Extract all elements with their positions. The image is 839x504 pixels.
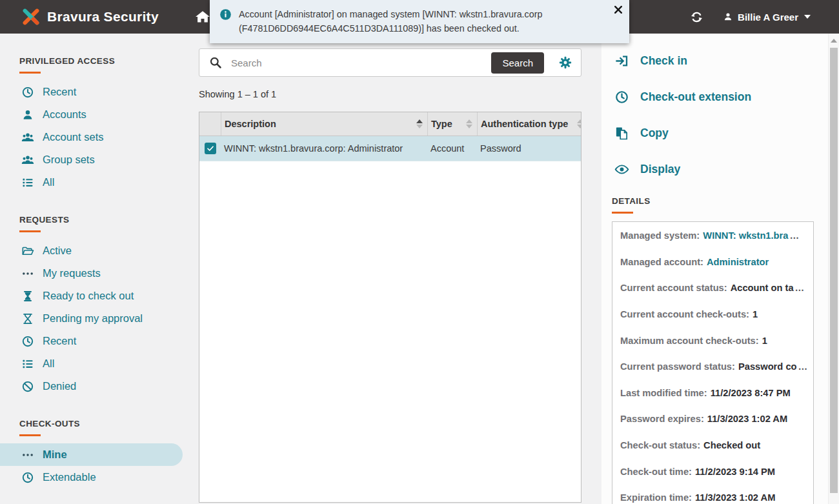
sort-arrows-icon[interactable] [577, 119, 581, 128]
detail-row-check-out-time: Check-out time: 11/2/2023 9:14 PM [620, 458, 808, 485]
table-header-row: Description Type Authentication type [199, 112, 581, 136]
hourglass-icon [21, 312, 34, 325]
sidebar-item-pending-my-approval[interactable]: Pending my approval [0, 307, 196, 330]
row-checkbox[interactable] [205, 143, 216, 154]
detail-row-current-password-status: Current password status: Password co … [620, 354, 808, 380]
caret-down-icon [804, 15, 811, 19]
search-icon [209, 56, 222, 69]
sidebar-item-denied[interactable]: Denied [0, 375, 196, 398]
detail-row-check-out-status: Check-out status: Checked out [620, 432, 808, 459]
sidebar-item-active[interactable]: Active [0, 239, 196, 262]
display-button[interactable]: Display [601, 151, 829, 187]
search-bar: Search [199, 48, 581, 77]
home-icon[interactable] [194, 9, 211, 25]
results-table: Description Type Authentication type WIN… [199, 112, 581, 503]
user-icon [21, 108, 34, 121]
user-icon [723, 12, 733, 22]
search-button[interactable]: Search [491, 52, 544, 74]
check-in-icon [614, 54, 629, 68]
brand-logo[interactable]: Bravura Security [21, 7, 159, 26]
main-content: Search Showing 1 – 1 of 1 Description Ty… [199, 34, 581, 503]
sidebar-item-account-sets[interactable]: Account sets [0, 126, 196, 148]
section-title-requests: REQUESTS [19, 215, 196, 225]
sidebar-item-group-sets[interactable]: Group sets [0, 148, 196, 171]
eye-icon [614, 162, 629, 177]
brand-name: Bravura Security [47, 9, 159, 25]
column-header-description[interactable]: Description [221, 112, 428, 136]
sidebar-item-mine[interactable]: Mine [0, 443, 183, 466]
notification-message: Account [Administrator] on managed syste… [239, 7, 607, 35]
user-name: Billie A Greer [738, 12, 798, 23]
details-underline [612, 212, 633, 214]
list-icon [21, 358, 34, 370]
detail-row-maximum-account-check-outs: Maximum account check-outs: 1 [620, 327, 808, 354]
page-scrollbar[interactable] [828, 34, 839, 504]
column-header-type[interactable]: Type [428, 112, 478, 136]
section-title-privileged-access: PRIVILEGED ACCESS [19, 56, 196, 66]
sidebar-item-recent-requests[interactable]: Recent [0, 330, 196, 352]
managed-system-link[interactable]: WINNT: wkstn1.bra [703, 230, 788, 241]
sidebar-item-ready-to-check-out[interactable]: Ready to check out [0, 285, 196, 307]
scroll-up-arrow-icon[interactable] [831, 39, 837, 43]
users-icon [21, 154, 34, 166]
sort-arrows-icon[interactable] [466, 119, 472, 128]
detail-row-managed-account: Managed account: Administrator [620, 249, 808, 276]
sidebar-item-my-requests[interactable]: My requests [0, 262, 196, 285]
section-underline [19, 72, 41, 74]
detail-row-current-account-check-outs: Current account check-outs: 1 [620, 301, 808, 328]
detail-row-last-modified-time: Last modified time: 11/2/2023 8:47 PM [620, 380, 808, 407]
detail-panel: Check in Check-out extension Copy Displa… [601, 34, 829, 504]
sidebar-item-recent[interactable]: Recent [0, 81, 196, 103]
sort-arrows-icon[interactable] [416, 119, 423, 128]
details-title: DETAILS [612, 196, 829, 206]
detail-row-expiration-time: Expiration time: 11/3/2023 1:02 AM [620, 485, 808, 504]
scrollbar-thumb[interactable] [830, 48, 838, 493]
info-icon [219, 8, 232, 21]
sidebar-item-extendable[interactable]: Extendable [0, 466, 196, 489]
sidebar-item-all-requests[interactable]: All [0, 352, 196, 375]
column-header-authentication-type[interactable]: Authentication type [478, 112, 581, 136]
table-row[interactable]: WINNT: wkstn1.bravura.corp: Administrato… [199, 136, 581, 161]
detail-row-password-expires: Password expires: 11/3/2023 1:02 AM [620, 406, 808, 432]
section-title-check-outs: CHECK-OUTS [19, 419, 196, 428]
clock-icon [21, 471, 34, 484]
gear-icon[interactable] [558, 55, 572, 70]
header-checkbox-cell [199, 112, 221, 136]
copy-icon [614, 126, 629, 141]
results-summary: Showing 1 – 1 of 1 [199, 89, 581, 99]
clock-icon [614, 90, 629, 105]
users-icon [21, 131, 34, 144]
user-menu[interactable]: Billie A Greer [723, 12, 811, 23]
copy-button[interactable]: Copy [601, 115, 829, 151]
refresh-icon[interactable] [690, 10, 703, 24]
sidebar-item-all-access[interactable]: All [0, 171, 196, 194]
ellipsis-icon [21, 449, 34, 461]
ban-icon [21, 380, 34, 393]
notification-banner: Account [Administrator] on managed syste… [210, 0, 629, 43]
bravura-logo-icon [21, 7, 41, 26]
check-in-button[interactable]: Check in [601, 43, 829, 79]
details-list: Managed system: WINNT: wkstn1.bra … Mana… [612, 221, 814, 504]
check-out-extension-button[interactable]: Check-out extension [601, 79, 829, 115]
list-icon [21, 176, 34, 189]
detail-row-managed-system: Managed system: WINNT: wkstn1.bra … [620, 223, 808, 249]
managed-account-link[interactable]: Administrator [707, 257, 769, 267]
sidebar: PRIVILEGED ACCESS Recent Accounts Accoun… [0, 34, 196, 504]
ellipsis-icon [21, 267, 34, 280]
section-underline [19, 434, 41, 436]
clock-icon [21, 335, 34, 348]
cell-type: Account [430, 143, 464, 154]
detail-row-current-account-status: Current account status: Account on ta … [620, 275, 808, 301]
sidebar-item-accounts[interactable]: Accounts [0, 103, 196, 126]
hourglass-filled-icon [21, 290, 34, 303]
cell-description: WINNT: wkstn1.bravura.corp: Administrato… [224, 143, 403, 154]
folder-open-icon [21, 245, 34, 257]
cell-auth-type: Password [480, 143, 521, 154]
section-underline [19, 230, 41, 232]
clock-icon [21, 86, 34, 99]
close-icon[interactable] [614, 6, 622, 14]
search-input[interactable] [230, 57, 491, 69]
